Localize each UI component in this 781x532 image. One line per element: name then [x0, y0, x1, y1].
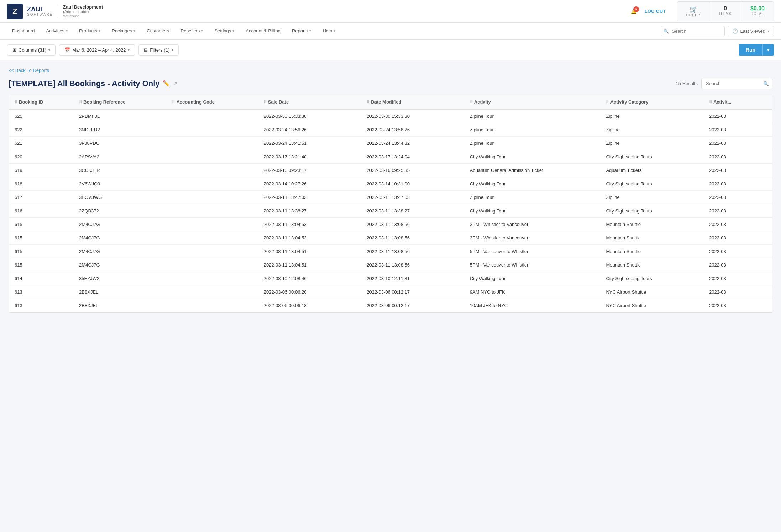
nav-item-products[interactable]: Products ▾ — [74, 24, 105, 39]
cell-booking-ref: 2ZQB372 — [73, 204, 166, 218]
col-header-activity[interactable]: ⣿Activity — [464, 95, 601, 109]
col-header-activity-category[interactable]: ⣿Activity Category — [600, 95, 703, 109]
notification-button[interactable]: 🔔 0 — [629, 6, 639, 16]
filters-label: Filters (1) — [150, 47, 169, 53]
order-button[interactable]: 🛒 ORDER — [677, 2, 709, 21]
order-label: ORDER — [685, 13, 702, 17]
table-row[interactable]: 615 2M4CJ7G 2022-03-11 13:04:51 2022-03-… — [9, 245, 772, 258]
logout-button[interactable]: LOG OUT — [645, 9, 666, 14]
table-search-icon[interactable]: 🔍 — [763, 81, 769, 86]
items-count-display: 0 ITEMS — [709, 2, 741, 21]
company-role: (Administrator) — [63, 10, 103, 14]
run-button[interactable]: Run — [739, 44, 762, 56]
cell-activity: City Walking Tour — [464, 204, 601, 218]
table-search-input[interactable] — [701, 78, 772, 89]
table-row[interactable]: 616 2ZQB372 2022-03-11 13:38:27 2022-03-… — [9, 204, 772, 218]
cell-booking-id: 615 — [9, 231, 73, 245]
cell-activit: 2022-03 — [703, 245, 772, 258]
nav-item-resellers[interactable]: Resellers ▾ — [175, 24, 208, 39]
cell-activity: Zipline Tour — [464, 191, 601, 204]
cell-date-modified: 2022-03-30 15:33:30 — [361, 109, 464, 123]
edit-icon[interactable]: ✏️ — [163, 80, 170, 87]
col-header-booking-ref[interactable]: ⣿Booking Reference — [73, 95, 166, 109]
nav-item-packages[interactable]: Packages ▾ — [107, 24, 140, 39]
col-header-date-modified[interactable]: ⣿Date Modified — [361, 95, 464, 109]
cell-sale-date: 2022-03-11 13:47:03 — [258, 191, 361, 204]
table-row[interactable]: 620 2APSVA2 2022-03-17 13:21:40 2022-03-… — [9, 150, 772, 164]
table-row[interactable]: 622 3NDFFD2 2022-03-24 13:56:26 2022-03-… — [9, 123, 772, 137]
run-dropdown-button[interactable]: ▾ — [762, 44, 774, 56]
cell-activity-category: City Sightseeing Tours — [600, 204, 703, 218]
cell-activity: 3PM - Whistler to Vancouver — [464, 231, 601, 245]
cell-sale-date: 2022-03-24 13:56:26 — [258, 123, 361, 137]
external-link-icon[interactable]: ↗ — [173, 80, 177, 87]
table-row[interactable]: 615 2M4CJ7G 2022-03-11 13:04:53 2022-03-… — [9, 218, 772, 231]
last-viewed-label: Last Viewed — [740, 28, 765, 34]
total-label: TOTAL — [749, 12, 766, 16]
cell-activity: Zipline Tour — [464, 137, 601, 150]
col-header-booking-id[interactable]: ⣿Booking ID — [9, 95, 73, 109]
cell-sale-date: 2022-03-24 13:41:51 — [258, 137, 361, 150]
table-row[interactable]: 617 3BGV3WG 2022-03-11 13:47:03 2022-03-… — [9, 191, 772, 204]
help-arrow: ▾ — [334, 29, 335, 33]
cell-activit: 2022-03 — [703, 272, 772, 285]
company-name: Zaui Development — [63, 4, 103, 10]
table-row[interactable]: 619 3CCKJTR 2022-03-16 09:23:17 2022-03-… — [9, 164, 772, 177]
settings-arrow: ▾ — [232, 29, 234, 33]
date-range-button[interactable]: 📅 Mar 6, 2022 – Apr 4, 2022 ▾ — [59, 44, 135, 56]
table-row[interactable]: 614 35EZJW2 2022-03-10 12:08:46 2022-03-… — [9, 272, 772, 285]
sort-icon-sale: ⣿ — [264, 100, 267, 104]
cell-date-modified: 2022-03-16 09:25:35 — [361, 164, 464, 177]
cell-booking-id: 614 — [9, 272, 73, 285]
back-to-reports-link[interactable]: << Back To Reports — [9, 68, 49, 73]
last-viewed-button[interactable]: 🕐 Last Viewed ▾ — [728, 26, 774, 36]
cell-booking-ref: 35EZJW2 — [73, 272, 166, 285]
cell-booking-ref: 2V6WJQ9 — [73, 177, 166, 191]
cell-activit: 2022-03 — [703, 123, 772, 137]
cell-date-modified: 2022-03-06 00:12:17 — [361, 299, 464, 312]
cell-activit: 2022-03 — [703, 137, 772, 150]
col-header-accounting-code[interactable]: ⣿Accounting Code — [166, 95, 258, 109]
col-header-sale-date[interactable]: ⣿Sale Date — [258, 95, 361, 109]
cell-sale-date: 2022-03-30 15:33:30 — [258, 109, 361, 123]
cell-booking-ref: 3CCKJTR — [73, 164, 166, 177]
nav-item-help[interactable]: Help ▾ — [318, 24, 340, 39]
cell-booking-ref: 2M4CJ7G — [73, 245, 166, 258]
cell-sale-date: 2022-03-11 13:04:53 — [258, 231, 361, 245]
cell-activity-category: NYC Airport Shuttle — [600, 299, 703, 312]
table-row[interactable]: 618 2V6WJQ9 2022-03-14 10:27:26 2022-03-… — [9, 177, 772, 191]
table-row[interactable]: 615 2M4CJ7G 2022-03-11 13:04:53 2022-03-… — [9, 231, 772, 245]
nav-item-dashboard[interactable]: Dashboard — [7, 24, 40, 39]
columns-button[interactable]: ⊞ Columns (31) ▾ — [7, 44, 56, 56]
table-row[interactable]: 615 2M4CJ7G 2022-03-11 13:04:51 2022-03-… — [9, 258, 772, 272]
nav-item-reports[interactable]: Reports ▾ — [287, 24, 316, 39]
nav-item-account-billing[interactable]: Account & Billing — [241, 24, 285, 39]
cell-sale-date: 2022-03-10 12:08:46 — [258, 272, 361, 285]
cell-sale-date: 2022-03-06 00:06:18 — [258, 299, 361, 312]
nav-item-settings[interactable]: Settings ▾ — [209, 24, 239, 39]
cell-booking-id: 615 — [9, 245, 73, 258]
table-row[interactable]: 625 2PBMF3L 2022-03-30 15:33:30 2022-03-… — [9, 109, 772, 123]
data-table-container: ⣿Booking ID ⣿Booking Reference ⣿Accounti… — [9, 95, 772, 313]
cell-booking-ref: 3PJ8VDG — [73, 137, 166, 150]
cell-date-modified: 2022-03-14 10:31:00 — [361, 177, 464, 191]
cell-booking-id: 615 — [9, 258, 73, 272]
results-count: 15 Results — [676, 81, 698, 86]
cell-activity-category: Zipline — [600, 137, 703, 150]
table-row[interactable]: 621 3PJ8VDG 2022-03-24 13:41:51 2022-03-… — [9, 137, 772, 150]
cell-accounting-code — [166, 204, 258, 218]
filters-button[interactable]: ⊟ Filters (1) ▾ — [138, 44, 179, 56]
nav-search-input[interactable] — [661, 26, 725, 36]
cell-activity-category: City Sightseeing Tours — [600, 177, 703, 191]
nav-item-activities[interactable]: Activities ▾ — [41, 24, 73, 39]
cell-booking-ref: 2M4CJ7G — [73, 258, 166, 272]
cell-activit: 2022-03 — [703, 285, 772, 299]
nav-item-customers[interactable]: Customers — [142, 24, 174, 39]
cell-accounting-code — [166, 299, 258, 312]
cell-booking-ref: 2B8XJEL — [73, 285, 166, 299]
table-row[interactable]: 613 2B8XJEL 2022-03-06 00:06:20 2022-03-… — [9, 285, 772, 299]
table-row[interactable]: 613 2B8XJEL 2022-03-06 00:06:18 2022-03-… — [9, 299, 772, 312]
cell-activity-category: City Sightseeing Tours — [600, 150, 703, 164]
col-header-activit[interactable]: ⣿Activit... — [703, 95, 772, 109]
cell-activity: Aquarium General Admission Ticket — [464, 164, 601, 177]
